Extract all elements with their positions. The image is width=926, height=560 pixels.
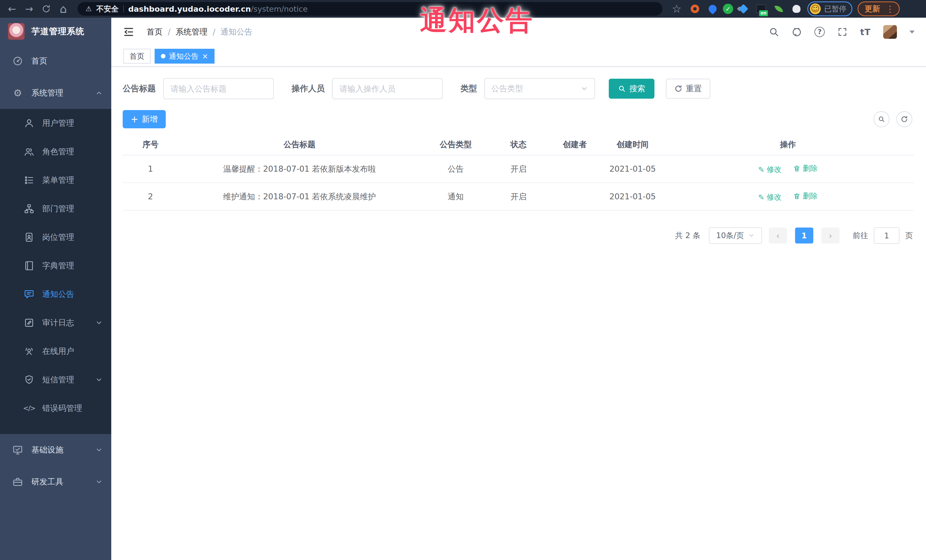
app-title: 芋道管理系统	[31, 26, 85, 37]
update-label: 更新	[865, 4, 880, 14]
extensions-puzzle-icon[interactable]	[789, 2, 804, 16]
browser-profile-button[interactable]: ☺ 已暂停	[807, 2, 852, 16]
sidebar-item-label: 部门管理	[42, 203, 74, 214]
extension-icon-ring[interactable]	[687, 2, 702, 16]
breadcrumb-section[interactable]: 系统管理	[176, 27, 207, 37]
code-icon: </>	[23, 402, 35, 415]
tab-home[interactable]: 首页	[123, 49, 151, 63]
breadcrumb: 首页 / 系统管理 / 通知公告	[147, 27, 253, 37]
extension-icon-green[interactable]: ✓	[723, 4, 733, 14]
sidebar-item-system[interactable]: ⚙ 系统管理	[0, 77, 111, 109]
sidebar-collapse-icon[interactable]	[123, 26, 135, 38]
help-icon[interactable]: ?	[814, 27, 825, 37]
plus-icon: +	[131, 115, 138, 124]
cell-creator	[546, 155, 603, 183]
extension-icon-drop[interactable]	[705, 2, 720, 16]
sidebar-item-label: 菜单管理	[42, 175, 74, 186]
sidebar: 芋道管理系统 首页 ⚙ 系统管理 用户管理	[0, 18, 111, 560]
table-row: 1 温馨提醒：2018-07-01 若依新版本发布啦 公告 开启 2021-01…	[123, 155, 914, 183]
col-type: 公告类型	[421, 134, 491, 155]
extension-icon-gem[interactable]	[736, 2, 751, 16]
notice-table: 序号 公告标题 公告类型 状态 创建者 创建时间 操作 1 温馨提醒：2018-…	[123, 134, 914, 211]
sidebar-item-home[interactable]: 首页	[0, 45, 111, 77]
type-select[interactable]: 公告类型	[484, 78, 595, 99]
page-1-button[interactable]: 1	[795, 228, 813, 243]
edit-button[interactable]: ✎ 修改	[758, 165, 782, 175]
close-icon[interactable]: ×	[202, 53, 208, 60]
browser-menu-icon[interactable]: ⋮	[884, 4, 896, 14]
edit-label: 修改	[767, 192, 781, 202]
extension-on-badge: on	[759, 10, 768, 16]
search-button[interactable]: 搜索	[609, 79, 654, 99]
delete-button[interactable]: 删除	[793, 163, 818, 174]
sidebar-item-roles[interactable]: 角色管理	[0, 137, 111, 166]
refresh-table-button[interactable]	[896, 111, 912, 127]
top-navbar: 首页 / 系统管理 / 通知公告 ? tT	[111, 18, 926, 46]
page: 通知公告 ← → ⌂ ⚠ 不安全 dashboard.yudao.iocoder…	[0, 0, 926, 560]
next-page-button[interactable]: ›	[821, 228, 840, 243]
delete-button[interactable]: 删除	[793, 191, 818, 201]
operator-input[interactable]	[332, 78, 443, 99]
reset-button[interactable]: 重置	[666, 79, 710, 99]
toolbar-right	[873, 111, 914, 127]
prev-page-button[interactable]: ‹	[769, 228, 787, 243]
col-creator: 创建者	[546, 134, 603, 155]
user-icon	[23, 117, 35, 130]
navbar-actions: ? tT	[769, 25, 915, 39]
browser-back-icon[interactable]: ←	[4, 1, 20, 17]
sidebar-item-label: 系统管理	[31, 88, 64, 98]
address-bar[interactable]: ⚠ 不安全 dashboard.yudao.iocoder.cn/system/…	[77, 2, 663, 16]
cell-status: 开启	[491, 183, 546, 210]
browser-forward-icon[interactable]: →	[21, 1, 37, 17]
sidebar-item-menus[interactable]: 菜单管理	[0, 166, 111, 195]
chevron-down-icon	[95, 478, 103, 486]
sidebar-item-posts[interactable]: 岗位管理	[0, 223, 111, 252]
title-input[interactable]	[163, 78, 274, 99]
browser-update-button[interactable]: 更新 ⋮	[858, 2, 900, 16]
toggle-search-button[interactable]	[873, 111, 890, 127]
pagination-total: 共 2 条	[675, 230, 701, 241]
tab-notice[interactable]: 通知公告 ×	[154, 49, 215, 63]
sidebar-logo[interactable]: 芋道管理系统	[0, 18, 111, 45]
edit-button[interactable]: ✎ 修改	[758, 192, 782, 202]
avatar-caret-icon[interactable]	[909, 30, 915, 34]
sidebar-item-label: 基础设施	[31, 445, 64, 455]
fullscreen-icon[interactable]	[837, 27, 847, 37]
chevron-down-icon	[580, 85, 588, 93]
bookmark-star-icon[interactable]: ☆	[669, 1, 685, 17]
sidebar-item-users[interactable]: 用户管理	[0, 109, 111, 137]
sidebar-item-error-codes[interactable]: </> 错误码管理	[0, 394, 111, 423]
sidebar-item-departments[interactable]: 部门管理	[0, 195, 111, 223]
breadcrumb-home[interactable]: 首页	[147, 27, 163, 37]
user-avatar[interactable]	[883, 25, 897, 39]
org-tree-icon	[23, 202, 35, 215]
refresh-icon	[900, 115, 908, 123]
trash-icon	[793, 192, 800, 200]
sidebar-item-dev-tools[interactable]: 研发工具	[0, 466, 111, 498]
add-button[interactable]: + 新增	[123, 110, 166, 128]
browser-reload-icon[interactable]	[38, 1, 54, 17]
sidebar-item-label: 首页	[31, 56, 47, 66]
sidebar-item-sms[interactable]: 短信管理	[0, 365, 111, 394]
search-icon[interactable]	[769, 27, 779, 37]
page-size-select[interactable]: 10条/页	[709, 227, 762, 244]
sidebar-item-audit-log[interactable]: 审计日志	[0, 308, 111, 337]
extension-icon-leaf[interactable]	[772, 2, 786, 16]
tab-label: 首页	[130, 51, 144, 61]
goto-page-input[interactable]	[874, 227, 899, 244]
filter-form: 公告标题 操作人员 类型 公告类型 搜索 重置	[123, 78, 914, 99]
font-size-icon[interactable]: tT	[860, 27, 871, 37]
cell-actions: ✎ 修改 删除	[662, 183, 914, 210]
sidebar-item-notice[interactable]: 通知公告	[0, 280, 111, 308]
extension-icon-switch[interactable]: on	[754, 2, 769, 16]
delete-label: 删除	[803, 191, 818, 201]
content: 公告标题 操作人员 类型 公告类型 搜索 重置	[111, 67, 926, 244]
chevron-down-icon	[748, 232, 755, 239]
users-icon	[23, 145, 35, 158]
sidebar-item-online-users[interactable]: 在线用户	[0, 337, 111, 365]
github-icon[interactable]	[791, 27, 802, 37]
sidebar-item-infrastructure[interactable]: 基础设施	[0, 434, 111, 466]
type-select-placeholder: 公告类型	[491, 83, 523, 94]
sidebar-item-dict[interactable]: 字典管理	[0, 252, 111, 280]
browser-home-icon[interactable]: ⌂	[55, 1, 71, 17]
